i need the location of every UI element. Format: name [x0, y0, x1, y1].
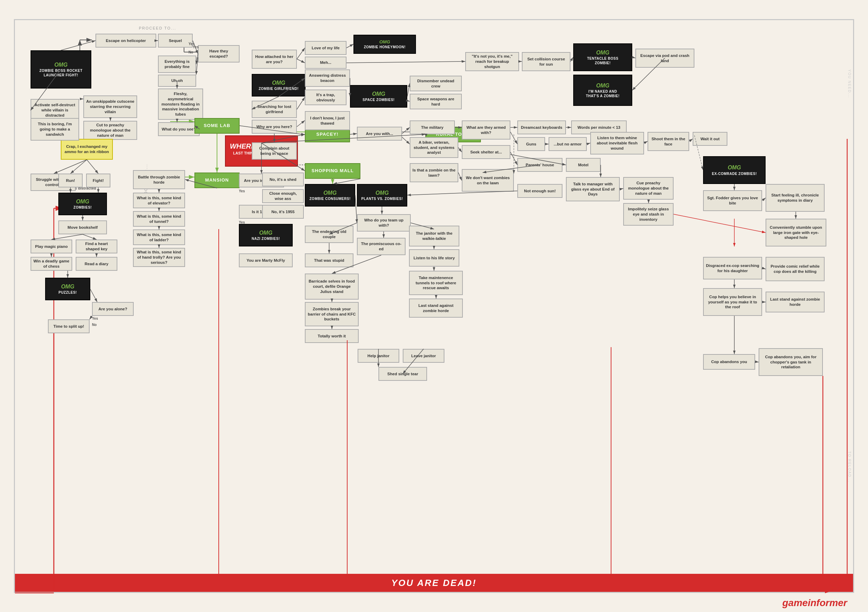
run-text: Run! [66, 178, 75, 183]
listen-life-story-box: Listen to his life story [409, 249, 459, 266]
battle-zombie-horde-text: Battle through zombie horde [136, 175, 182, 185]
not-enough-sun-box: Not enough sun! [517, 184, 563, 198]
omg-zombie-honeymoon-sub: ZOMBIE HONEYMOON! [364, 45, 406, 49]
what-armed-box: What are they armed with? [462, 121, 510, 139]
military-text: The military [421, 125, 444, 130]
svg-line-89 [458, 147, 462, 152]
marty-mcfly-text: You are Marty McFly [246, 258, 285, 263]
meh-text: Meh... [320, 60, 332, 65]
space-weapons-box: Space weapons are hard [410, 94, 462, 109]
play-magic-piano-box: Play magic piano [31, 240, 72, 253]
no-shed-box: No, it's a shed [262, 172, 304, 186]
you-are-dead-bar: YOU ARE DEAD! [15, 574, 853, 592]
svg-line-66 [347, 62, 465, 63]
sgt-fodder-text: Sgt. Fodder gives you love bite [706, 195, 760, 206]
wait-out-text: Wait it out [700, 136, 719, 142]
time-to-split-text: Time to split up! [53, 324, 84, 329]
no-label-sequel: No [189, 50, 193, 54]
svg-line-79 [402, 127, 410, 134]
svg-line-90 [510, 152, 517, 165]
are-you-with-text: Are you with... [366, 131, 394, 136]
everything-fine-box: Everything is probably fine [158, 56, 196, 73]
set-collision-sun-text: Set collision course for sun [525, 57, 568, 67]
omg-tentacle-boss-box: OMG TENTACLE BOSSZOMBIE! [573, 43, 632, 71]
seek-shelter-text: Seek shelter at... [470, 150, 502, 155]
provide-comic-relief-text: Provide comic relief while cop does all … [768, 264, 822, 274]
svg-line-118 [762, 268, 766, 269]
svg-line-115 [762, 198, 766, 201]
omg-zombie-honeymoon-omg: OMG [364, 39, 406, 45]
not-enough-sun-text: Not enough sun! [524, 189, 555, 194]
words-per-minute-text: Words per minute < 13 [577, 125, 620, 130]
searching-lost-gf-text: Searching for lost girlfriend [254, 104, 294, 115]
svg-line-39 [54, 160, 87, 174]
what-ladder-box: What is this, some kind of ladder? [133, 229, 185, 245]
move-bookshelf-text: Move bookshelf [68, 225, 98, 230]
shed-single-tear-text: Shed single tear [388, 372, 418, 376]
spacey-text: SPACEY! [316, 132, 338, 138]
omg-zombie-girlfriend-sub: ZOMBIE GIRLFRIEND! [259, 87, 299, 91]
yes-label-sequel: Yes [189, 42, 194, 46]
some-lab-text: SOME LAB [204, 123, 231, 129]
what-elevator-text: What is this, some kind of elevator? [136, 195, 182, 206]
crap-ink-ribbon-text: Crap, I exchanged my ammo for an ink rib… [64, 144, 110, 155]
talk-manager-text: Talk to manager with glass eye about End… [569, 181, 617, 197]
set-collision-sun-box: Set collision course for sun [522, 52, 570, 71]
cue-preachy-nature-text: Cue preachy monologue about the nature o… [626, 181, 671, 196]
shed-single-tear-box: Shed single tear [378, 367, 427, 381]
love-my-life-text: Love of my life [312, 45, 340, 51]
no-shed-text: No, it's a shed [270, 177, 296, 182]
leave-janitor-text: Leave janitor [411, 353, 436, 359]
proceed-label-top: PROCEED TO... [139, 26, 177, 30]
last-stand-horde-1-text: Last stand against zombie horde [412, 303, 460, 313]
omg-zombie-consumers-box: OMG ZOMBIE CONSUMERS! [305, 184, 355, 206]
omg-nazi-zombies-omg: OMG [252, 229, 280, 237]
omg-space-zombies-sub: SPACE ZOMBIES! [363, 98, 394, 102]
find-heart-key-box: Find a heart shaped key [76, 240, 117, 253]
provide-comic-relief-box: Provide comic relief while cop does all … [766, 257, 825, 281]
cop-helps-believe-text: Cop helps you believe in yourself as you… [706, 294, 760, 310]
searching-lost-gf-box: Searching for lost girlfriend [252, 101, 297, 118]
promiscuous-coed-text: The promiscuous co-ed [360, 241, 403, 252]
zombies-break-barrier-text: Zombies break your barrier of chairs and… [308, 307, 356, 322]
shopping-mall-box: SHOPPING MALL [305, 163, 360, 179]
boring-sandwich-box: This is boring, I'm going to make a sand… [31, 118, 79, 141]
its-not-you-text: "It's not you, it's me," reach for break… [468, 54, 516, 70]
how-attached-box: How attached to her are you? [252, 50, 297, 69]
fight-box: Fight! [86, 174, 110, 187]
omg-puzzles-box: OMG PUZZLES! [45, 278, 90, 300]
omg-zombie-consumers-sub: ZOMBIE CONSUMERS! [309, 197, 351, 201]
omg-ex-comrade-sub: EX-COMRADE ZOMBIES! [712, 172, 757, 176]
wait-out-box: Wait it out [693, 132, 727, 146]
cop-abandons-tank-box: Cop abandons you, aim for chopper's gas … [759, 348, 823, 376]
cop-abandons-text: Cop abandons you [711, 359, 747, 364]
unskippable-cutscene-box: An unskippable cutscene starring the rec… [83, 96, 137, 118]
some-lab-box: SOME LAB [194, 118, 240, 134]
impolitely-seize-text: Impolitely seize glass eye and stash in … [626, 206, 671, 222]
what-tunnel-box: What is this, some kind of tunnel? [133, 211, 185, 227]
omg-zombie-boss-sub: ZOMBIE BOSS ROCKETLAUNCHER FIGHT! [39, 68, 82, 77]
zombies-break-barrier-box: Zombies break your barrier of chairs and… [305, 302, 359, 326]
how-attached-text: How attached to her are you? [254, 54, 294, 65]
play-magic-piano-text: Play magic piano [35, 244, 68, 249]
listen-life-story-text: Listen to his life story [414, 256, 455, 261]
endearing-couple-box: The endearing old couple [305, 226, 353, 243]
fleshy-monsters-text: Fleshy, asymmetrical monsters floating i… [161, 91, 200, 117]
i-just-thawed-text: I don't know, I just thawed [308, 116, 347, 126]
we-dont-want-zombies-box: We don't want zombies on the lawn [462, 169, 514, 192]
logo-text: gameinformer [782, 597, 847, 608]
conveniently-stumble-box: Conveniently stumble upon large iron gat… [766, 219, 826, 246]
what-tunnel-text: What is this, some kind of tunnel? [136, 214, 182, 224]
cop-abandons-tank-text: Cop abandons you, aim for chopper's gas … [761, 355, 820, 370]
impolitely-seize-box: Impolitely seize glass eye and stash in … [623, 203, 674, 226]
cop-abandons-box: Cop abandons you [703, 354, 755, 370]
disgraced-ex-cop-text: Disgraced ex-cop searching for his daugh… [706, 263, 760, 274]
battle-zombie-horde-box: Battle through zombie horde [133, 170, 185, 189]
what-hand-trolly-text: What is this, some kind of hand trolly? … [136, 249, 182, 265]
omg-ex-comrade-box: OMG EX-COMRADE ZOMBIES! [703, 156, 766, 184]
i-just-thawed-box: I don't know, I just thawed [305, 111, 350, 130]
take-maintenance-box: Take maintenence tunnels to roof where r… [409, 271, 463, 295]
yes-alone-label: Yes [92, 317, 98, 321]
totally-worth-it-text: Totally worth it [318, 334, 346, 339]
endearing-couple-text: The endearing old couple [308, 229, 351, 240]
